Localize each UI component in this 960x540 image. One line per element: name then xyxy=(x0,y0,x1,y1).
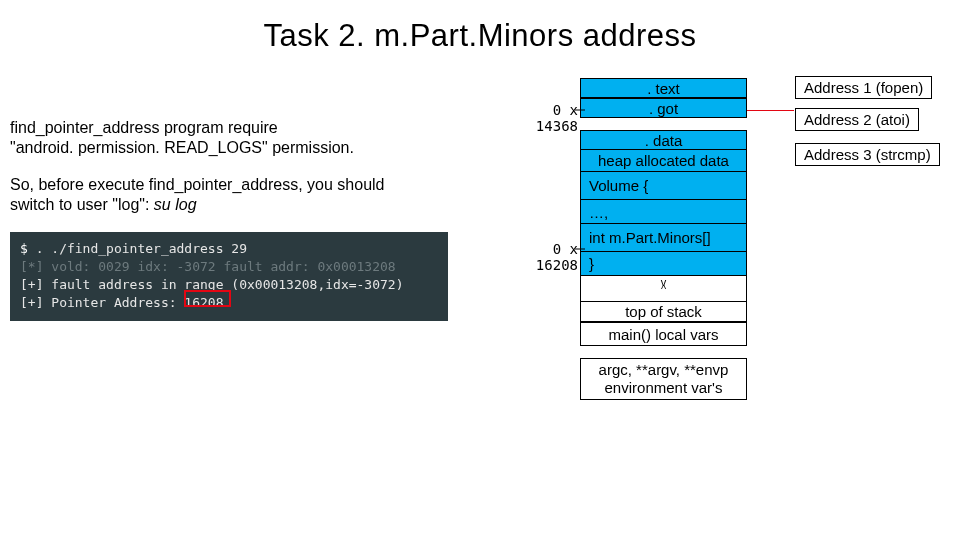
left-column: find_pointer_address program require "an… xyxy=(10,118,440,321)
prompt: $ xyxy=(20,241,28,256)
arrow-up-icon: ^ xyxy=(661,283,666,295)
paragraph-1: find_pointer_address program require "an… xyxy=(10,118,440,159)
mem-data-section: . data xyxy=(580,130,747,150)
mem-volume-open: Volume { xyxy=(580,172,747,200)
para2-line1: So, before execute find_pointer_address,… xyxy=(10,176,384,193)
mem-mpartminors: int m.Part.Minors[] xyxy=(580,224,747,252)
highlight-box xyxy=(184,290,231,307)
para1-line2: "android. permission. READ_LOGS" permiss… xyxy=(10,139,354,156)
address-2-box: Address 2 (atoi) xyxy=(795,108,919,131)
para1-line1: find_pointer_address program require xyxy=(10,119,278,136)
terminal-line-2: [*] vold: 0029 idx: -3072 fault addr: 0x… xyxy=(20,258,438,276)
terminal-line-1: $ . ./find_pointer_address 29 xyxy=(20,240,438,258)
mem-main-vars: main() local vars xyxy=(580,322,747,346)
mem-heap: heap allocated data xyxy=(580,150,747,172)
terminal-output: $ . ./find_pointer_address 29 [*] vold: … xyxy=(10,232,448,321)
address-1-box: Address 1 (fopen) xyxy=(795,76,932,99)
paragraph-2: So, before execute find_pointer_address,… xyxy=(10,175,440,216)
slide-title: Task 2. m.Part.Minors address xyxy=(0,18,960,54)
got-address-label: 0 x 14368 xyxy=(508,102,578,134)
para2-line2: switch to user "log": su log xyxy=(10,196,197,213)
mem-argc-line2: environment var's xyxy=(605,379,723,396)
terminal-cmd: . ./find_pointer_address 29 xyxy=(28,241,247,256)
connector-got-to-addr2 xyxy=(747,110,794,111)
mpart-address-label: 0 x 16208 xyxy=(508,241,578,273)
mem-dots: …, xyxy=(580,200,747,224)
mem-argc-env: argc, **argv, **envp environment var's xyxy=(580,358,747,400)
address-3-box: Address 3 (strcmp) xyxy=(795,143,940,166)
mem-got-section: . got xyxy=(580,98,747,118)
mem-arrows: v ^ xyxy=(580,276,747,302)
mem-text-section: . text xyxy=(580,78,747,98)
memory-diagram: . text . got . data heap allocated data … xyxy=(580,78,747,400)
mem-top-of-stack: top of stack xyxy=(580,302,747,322)
mem-volume-close: } xyxy=(580,252,747,276)
mem-argc-line1: argc, **argv, **envp xyxy=(599,361,729,378)
